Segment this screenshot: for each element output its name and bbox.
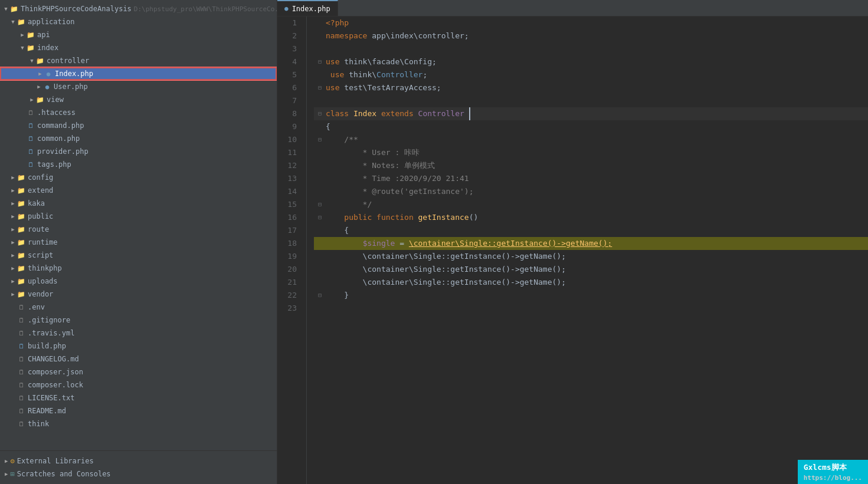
scratches-arrow: ▶ [5, 471, 8, 477]
fold-icon-15[interactable]: ⊟ [318, 198, 322, 211]
code-line-6: ⊟ use test\TestArrayAccess; [314, 81, 868, 94]
user-php-arrow [35, 83, 42, 90]
tree-item-env[interactable]: 🗒 .env [0, 301, 277, 314]
vendor-arrow [9, 291, 17, 298]
sidebar-bottom: ▶ ⚙ External Libraries ▶ ⊞ Scratches and… [0, 450, 277, 484]
tree-item-index[interactable]: 📁 index [0, 41, 277, 54]
code-line-4: ⊟ use think\facade\Config; [314, 55, 868, 68]
tree-item-thinkphp[interactable]: 📁 thinkphp [0, 262, 277, 275]
tree-item-think[interactable]: 🗒 think [0, 417, 277, 430]
route-icon: 📁 [17, 225, 26, 234]
token-6-2: test\TestArrayAccess; [344, 81, 441, 94]
think-label: think [28, 420, 49, 428]
build-icon: 🗒 [17, 341, 26, 351]
fold-16: ⊟ [314, 211, 326, 224]
external-libraries-item[interactable]: ▶ ⚙ External Libraries [5, 455, 272, 467]
ln-19: 19 [277, 250, 302, 263]
tree-item-travis[interactable]: 🗒 .travis.yml [0, 327, 277, 340]
code-line-1: <?php [314, 17, 868, 29]
tree-item-controller[interactable]: 📁 controller [0, 54, 277, 67]
fold-icon-10[interactable]: ⊟ [318, 133, 322, 146]
ln-22: 22 [277, 289, 302, 302]
tree-item-extend[interactable]: 📁 extend [0, 184, 277, 197]
ln-1: 1 [277, 17, 302, 29]
watermark-label: Gxlcms脚本 [804, 463, 847, 472]
fold-icon-16[interactable]: ⊟ [318, 211, 322, 224]
tree-item-route[interactable]: 📁 route [0, 223, 277, 236]
view-folder-icon: 📁 [35, 95, 45, 104]
extend-arrow [9, 187, 17, 194]
app-label: application [28, 18, 74, 26]
tree-item-index-php[interactable]: ● Index.php [0, 67, 277, 80]
scratches-item[interactable]: ▶ ⊞ Scratches and Consoles [5, 467, 272, 480]
code-line-8: ⊟ class Index extends Controller [314, 107, 868, 120]
file-tree: 📁 ThinkPHPSourceCodeAnalysis D:\phpstudy… [0, 0, 277, 450]
tab-index-php[interactable]: ● Index.php [277, 0, 338, 16]
tree-item-config[interactable]: 📁 config [0, 171, 277, 184]
tree-item-script[interactable]: 📁 script [0, 249, 277, 262]
scratches-icon: ⊞ [10, 470, 14, 478]
tree-item-composer-json[interactable]: 🗒 composer.json [0, 366, 277, 378]
fold-icon-6[interactable]: ⊟ [318, 81, 322, 94]
token-16-4: () [469, 211, 479, 224]
token-18-2: = [395, 237, 408, 250]
code-line-9: { [314, 120, 868, 133]
public-arrow [9, 213, 17, 220]
tree-item-user-php[interactable]: ● User.php [0, 80, 277, 93]
tree-item-view[interactable]: 📁 view [0, 93, 277, 106]
tree-item-changelog[interactable]: 🗒 CHANGELOG.md [0, 353, 277, 366]
config-label: config [28, 173, 53, 182]
ln-3: 3 [277, 42, 302, 55]
token-8-4: Controller [418, 107, 464, 120]
project-root[interactable]: 📁 ThinkPHPSourceCodeAnalysis D:\phpstudy… [0, 2, 277, 15]
config-arrow [9, 174, 17, 181]
token-20-1: \container\Single::getInstance()->getNam… [326, 263, 566, 276]
token-18-0 [326, 237, 363, 250]
tree-item-command[interactable]: 🗒 command.php [0, 119, 277, 132]
tree-item-common[interactable]: 🗒 common.php [0, 132, 277, 145]
api-folder-icon: 📁 [26, 30, 35, 39]
tree-item-readme[interactable]: 🗒 README.md [0, 404, 277, 417]
tree-item-kaka[interactable]: 📁 kaka [0, 197, 277, 210]
kaka-arrow [9, 200, 17, 207]
runtime-label: runtime [28, 238, 58, 246]
env-icon: 🗒 [17, 302, 26, 312]
token-17-1: { [326, 224, 349, 237]
token-11-1: * User : 咔咔 [326, 146, 420, 159]
tree-item-api[interactable]: 📁 api [0, 28, 277, 41]
readme-label: README.md [28, 407, 66, 415]
tree-item-uploads[interactable]: 📁 uploads [0, 275, 277, 288]
route-arrow [9, 226, 17, 233]
project-folder-icon: 📁 [9, 4, 19, 14]
tree-item-gitignore[interactable]: 🗒 .gitignore [0, 314, 277, 327]
ln-21: 21 [277, 276, 302, 289]
ln-11: 11 [277, 146, 302, 159]
public-icon: 📁 [17, 212, 26, 221]
tree-item-application[interactable]: 📁 application [0, 15, 277, 28]
script-icon: 📁 [17, 251, 26, 260]
code-area[interactable]: <?php namespace app\index\controller; ⊟ … [307, 17, 868, 484]
fold-icon-22[interactable]: ⊟ [318, 289, 322, 302]
tree-item-build[interactable]: 🗒 build.php [0, 340, 277, 353]
tree-item-composer-lock[interactable]: 🗒 composer.lock [0, 378, 277, 391]
project-arrow [2, 5, 9, 12]
env-label: .env [28, 303, 45, 311]
tree-item-public[interactable]: 📁 public [0, 210, 277, 223]
ln-23: 23 [277, 302, 302, 315]
tree-item-htaccess[interactable]: 🗒 .htaccess [0, 106, 277, 119]
code-line-22: ⊟ } [314, 289, 868, 302]
fold-icon-4[interactable]: ⊟ [318, 55, 322, 68]
tree-item-runtime[interactable]: 📁 runtime [0, 236, 277, 249]
tree-item-provider[interactable]: 🗒 provider.php [0, 145, 277, 158]
line-numbers: 1 2 3 4 5 6 7 8 9 10 11 12 13 14 15 16 1… [277, 17, 307, 484]
tree-item-vendor[interactable]: 📁 vendor [0, 288, 277, 301]
index-php-icon: ● [44, 69, 53, 78]
watermark: Gxlcms脚本 https://blog... [798, 460, 868, 484]
tree-item-license[interactable]: 🗒 LICENSE.txt [0, 391, 277, 404]
uploads-label: uploads [28, 277, 58, 285]
tree-item-tags[interactable]: 🗒 tags.php [0, 158, 277, 171]
code-line-20: \container\Single::getInstance()->getNam… [314, 263, 868, 276]
ln-2: 2 [277, 29, 302, 42]
code-line-16: ⊟ public function getInstance() [314, 211, 868, 224]
fold-icon-8[interactable]: ⊟ [318, 107, 322, 120]
